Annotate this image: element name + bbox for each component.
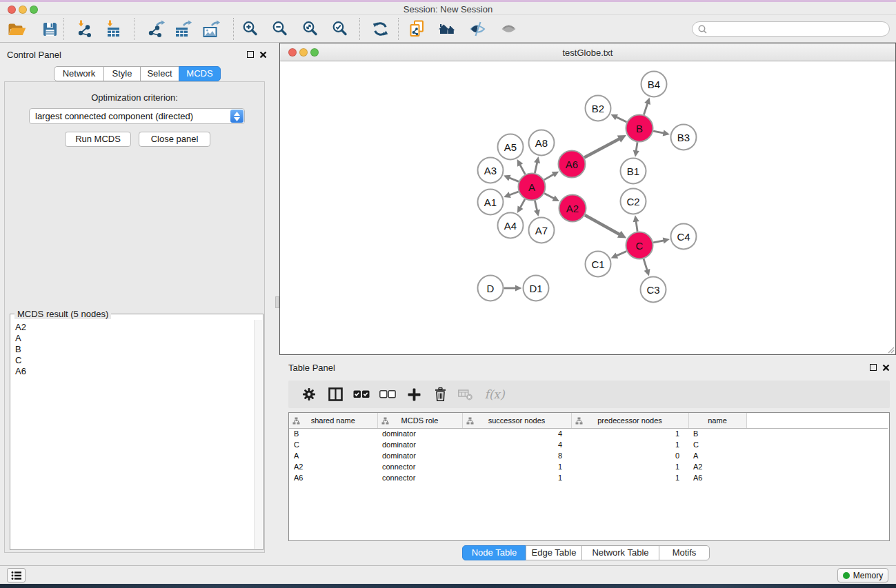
graph-edge-C-C2[interactable] xyxy=(633,215,639,231)
graph-edge-A-A5[interactable] xyxy=(517,159,526,174)
import-network-icon[interactable] xyxy=(72,17,96,41)
graph-node-A6[interactable]: A6 xyxy=(559,151,586,178)
memory-button[interactable]: Memory xyxy=(837,568,888,582)
graph-node-D[interactable]: D xyxy=(478,276,504,301)
graph-node-C1[interactable]: C1 xyxy=(586,252,611,277)
tab-edge-table[interactable]: Edge Table xyxy=(526,545,582,560)
table-row[interactable]: Adominator80A xyxy=(289,450,888,461)
network-graph-canvas[interactable]: B4B2BB3A8A5A6A3B1AA1C2A2A4A7C4CC1C3DD1 xyxy=(280,61,895,354)
result-item-A[interactable]: A xyxy=(15,333,254,344)
result-item-A2[interactable]: A2 xyxy=(15,322,254,333)
column-header-successor-nodes[interactable]: successor nodes xyxy=(462,413,571,428)
result-item-A6[interactable]: A6 xyxy=(15,366,254,377)
criterion-dropdown[interactable]: largest connected component (directed) xyxy=(29,108,245,124)
table-row[interactable]: A6connector11A6 xyxy=(289,472,888,483)
zoom-selected-icon[interactable] xyxy=(328,17,352,41)
tab-network-table[interactable]: Network Table xyxy=(581,545,659,560)
graph-node-A3[interactable]: A3 xyxy=(478,158,504,183)
search-input[interactable] xyxy=(708,23,889,34)
result-item-C[interactable]: C xyxy=(15,355,254,366)
show-columns-icon[interactable] xyxy=(323,381,347,408)
tab-mcds[interactable]: MCDS xyxy=(179,66,221,81)
show-hidden-eye-icon[interactable] xyxy=(497,17,520,41)
graph-edge-A-A3[interactable] xyxy=(504,175,519,182)
run-mcds-button[interactable]: Run MCDS xyxy=(65,132,131,147)
export-network-icon[interactable] xyxy=(143,17,167,41)
apply-layout-icon[interactable] xyxy=(368,17,392,41)
float-panel-icon[interactable] xyxy=(247,51,254,58)
graph-edge-A-A7[interactable] xyxy=(534,201,540,216)
graph-edge-A-A8[interactable] xyxy=(534,156,540,173)
tab-node-table[interactable]: Node Table xyxy=(462,545,526,560)
graph-edge-A-A2[interactable] xyxy=(544,194,559,201)
tab-motifs[interactable]: Motifs xyxy=(659,545,710,560)
table-row[interactable]: Cdominator41C xyxy=(289,439,888,450)
table-row[interactable]: A2connector11A2 xyxy=(289,461,888,472)
graph-edge-A6-B[interactable] xyxy=(584,135,626,157)
graph-node-B1[interactable]: B1 xyxy=(621,159,646,184)
resize-grip-icon[interactable] xyxy=(886,345,895,354)
duplicate-network-icon[interactable] xyxy=(405,17,428,41)
graph-node-B[interactable]: B xyxy=(626,115,653,142)
delete-trash-icon[interactable] xyxy=(428,381,452,408)
column-header-shared-name[interactable]: shared name xyxy=(289,413,377,428)
zoom-in-icon[interactable] xyxy=(239,17,262,41)
close-panel-icon[interactable] xyxy=(259,51,267,59)
graph-node-C[interactable]: C xyxy=(626,232,653,259)
table-row[interactable]: Bdominator41B xyxy=(289,428,888,439)
node-table-grid[interactable]: shared nameMCDS rolesuccessor nodesprede… xyxy=(288,412,890,541)
hide-selected-eye-icon[interactable] xyxy=(466,17,489,41)
graph-node-A7[interactable]: A7 xyxy=(529,218,555,243)
graph-edge-C-C4[interactable] xyxy=(653,237,670,243)
graph-edge-D-D1[interactable] xyxy=(504,285,522,291)
graph-edge-B-B1[interactable] xyxy=(633,142,639,156)
export-table-icon[interactable] xyxy=(170,17,194,41)
main-titlebar[interactable]: Session: New Session xyxy=(0,2,896,15)
graph-node-B2[interactable]: B2 xyxy=(586,96,611,121)
graph-node-A[interactable]: A xyxy=(519,174,546,201)
add-column-plus-icon[interactable] xyxy=(402,381,426,408)
export-image-icon[interactable] xyxy=(199,17,222,41)
graph-edge-B-B2[interactable] xyxy=(610,114,626,122)
graph-edge-B-B4[interactable] xyxy=(644,97,650,114)
open-session-icon[interactable] xyxy=(5,17,28,41)
zoom-out-icon[interactable] xyxy=(268,17,292,41)
import-table-icon[interactable] xyxy=(101,17,125,41)
result-item-B[interactable]: B xyxy=(15,344,254,355)
tab-select[interactable]: Select xyxy=(140,66,179,81)
search-field[interactable] xyxy=(692,21,890,37)
select-all-checkboxes-icon[interactable] xyxy=(350,381,373,408)
graph-edge-A-A6[interactable] xyxy=(544,172,559,180)
close-panel-button[interactable]: Close panel xyxy=(139,132,210,147)
table-settings-gear-icon[interactable] xyxy=(297,381,321,408)
graph-node-C4[interactable]: C4 xyxy=(671,224,697,250)
column-header-predecessor-nodes[interactable]: predecessor nodes xyxy=(571,413,688,428)
save-session-icon[interactable] xyxy=(38,17,61,41)
zoom-fit-icon[interactable] xyxy=(299,17,322,41)
graph-edge-B-B3[interactable] xyxy=(653,130,670,136)
task-history-button[interactable] xyxy=(7,568,26,582)
graph-node-C2[interactable]: C2 xyxy=(621,189,646,214)
tab-style[interactable]: Style xyxy=(103,66,141,81)
graph-edge-A-A1[interactable] xyxy=(504,192,519,198)
show-all-homes-icon[interactable] xyxy=(435,17,458,41)
result-scrollbar[interactable] xyxy=(254,320,262,549)
float-table-panel-icon[interactable] xyxy=(870,364,877,371)
graph-node-A5[interactable]: A5 xyxy=(498,134,524,160)
split-handle[interactable] xyxy=(275,296,279,308)
network-window-titlebar[interactable]: testGlobe.txt xyxy=(280,43,895,61)
graph-node-A1[interactable]: A1 xyxy=(478,190,504,215)
graph-node-B4[interactable]: B4 xyxy=(641,72,667,97)
graph-node-D1[interactable]: D1 xyxy=(524,276,549,301)
graph-edge-A-A4[interactable] xyxy=(517,199,525,213)
graph-edge-A2-C[interactable] xyxy=(585,215,626,239)
column-header-MCDS-role[interactable]: MCDS role xyxy=(377,413,462,428)
mcds-result-list[interactable]: A2ABCA6 xyxy=(11,320,254,549)
graph-node-A8[interactable]: A8 xyxy=(529,130,555,156)
graph-edge-C-C3[interactable] xyxy=(644,259,650,276)
deselect-all-checkboxes-icon[interactable] xyxy=(376,381,399,408)
graph-node-A2[interactable]: A2 xyxy=(559,195,586,222)
tab-network[interactable]: Network xyxy=(54,66,104,81)
close-table-panel-icon[interactable] xyxy=(882,364,890,372)
graph-node-A4[interactable]: A4 xyxy=(498,213,524,239)
